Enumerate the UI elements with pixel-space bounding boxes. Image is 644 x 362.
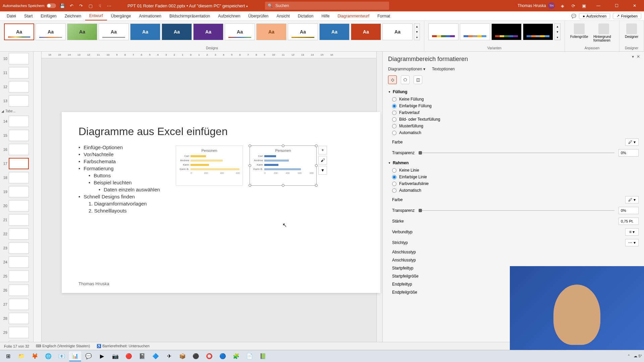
tab-dictation[interactable]: Dictation xyxy=(294,11,318,20)
no-fill-radio[interactable] xyxy=(392,97,396,102)
share-button[interactable]: ↗ Freigeben xyxy=(613,13,641,19)
app-icon[interactable]: 🧩 xyxy=(230,351,242,361)
app-icon[interactable]: 🔴 xyxy=(123,351,135,361)
minimize-button[interactable]: — xyxy=(592,0,605,11)
tab-format[interactable]: Format xyxy=(373,11,394,20)
close-button[interactable]: ✕ xyxy=(628,0,641,11)
slide-panel[interactable]: 10 11 12 13 ◢Tabe... 14 15 16 17 18 19 2… xyxy=(0,52,34,342)
picture-fill-radio[interactable] xyxy=(392,117,396,122)
chart-left[interactable]: Personen Carl Andrew Karin Karin B. 0200… xyxy=(176,145,243,186)
slide-thumbnail[interactable] xyxy=(9,214,29,226)
line-transparency-slider[interactable] xyxy=(419,210,614,211)
obs-icon[interactable]: ⚫ xyxy=(190,351,202,361)
app-icon[interactable]: 🔵 xyxy=(217,351,229,361)
record-button[interactable]: ● Aufzeichnen xyxy=(579,13,610,19)
tab-hilfe[interactable]: Hilfe xyxy=(317,11,333,20)
slide-thumbnail[interactable] xyxy=(9,67,29,78)
tab-aufzeichnen[interactable]: Aufzeichnen xyxy=(214,11,244,20)
search-input[interactable] xyxy=(275,3,386,8)
onenote-icon[interactable]: 📓 xyxy=(136,351,148,361)
slide-thumbnail[interactable] xyxy=(9,256,29,268)
transparency-slider[interactable] xyxy=(419,153,614,153)
variant-expand[interactable]: ▲▼▾ xyxy=(554,23,560,40)
solid-fill-radio[interactable] xyxy=(392,104,396,108)
format-background-button[interactable]: Hintergrund formatieren xyxy=(591,22,616,44)
text-options-tab[interactable]: Textoptionen xyxy=(432,67,455,71)
tab-diagrammentwurf[interactable]: Diagrammentwurf xyxy=(333,11,373,20)
chrome-icon[interactable]: 🌐 xyxy=(42,351,54,361)
chart-right[interactable]: Personen Carl Andrew Karin Karin B. 0200… xyxy=(250,145,317,186)
theme-thumb[interactable]: Aa xyxy=(288,23,318,40)
gallery-expand[interactable]: ▲▼▾ xyxy=(414,23,420,40)
visio-icon[interactable]: 🔷 xyxy=(150,351,162,361)
slide-thumbnail[interactable] xyxy=(9,228,29,240)
gradient-line-radio[interactable] xyxy=(392,182,396,186)
app-icon[interactable]: 📷 xyxy=(109,351,121,361)
slide-canvas[interactable]: Diagramme aus Excel einfügen Einfüge-Opt… xyxy=(62,112,380,293)
excel-icon[interactable]: 📗 xyxy=(257,351,269,361)
auto-fill-radio[interactable] xyxy=(392,131,396,135)
pattern-fill-radio[interactable] xyxy=(392,124,396,128)
language-indicator[interactable]: ⌨ Englisch (Vereinigte Staaten) xyxy=(36,344,90,348)
variant-thumb[interactable] xyxy=(460,23,490,40)
save-icon[interactable]: 💾 xyxy=(59,3,65,9)
slide-thumbnail[interactable] xyxy=(9,116,29,127)
effects-tab-icon[interactable]: ⬠ xyxy=(401,75,410,84)
line-color-button[interactable]: 🖊 ▾ xyxy=(625,196,639,203)
undo-icon[interactable]: ↶ xyxy=(69,3,75,9)
line-transparency-value[interactable]: 0% xyxy=(619,207,639,214)
transparency-value[interactable]: 0% xyxy=(619,149,639,157)
fill-section-header[interactable]: Füllung xyxy=(388,89,639,94)
slide-thumbnail[interactable] xyxy=(9,144,29,155)
pane-close-icon[interactable]: ✕ xyxy=(637,54,640,59)
no-line-radio[interactable] xyxy=(392,168,396,173)
chart-elements-button[interactable]: + xyxy=(318,146,327,155)
slide-thumbnail[interactable] xyxy=(9,341,29,342)
tab-ansicht[interactable]: Ansicht xyxy=(272,11,293,20)
theme-thumb[interactable]: Aa xyxy=(225,23,255,40)
slide-thumbnail[interactable] xyxy=(9,327,29,338)
touch-icon[interactable]: ☟ xyxy=(97,3,103,9)
slide-thumbnail[interactable] xyxy=(9,242,29,254)
gradient-fill-radio[interactable] xyxy=(392,111,396,115)
theme-thumb[interactable]: Aa xyxy=(67,23,97,40)
variant-thumb[interactable] xyxy=(523,23,553,40)
chart-styles-button[interactable]: 🖌 xyxy=(318,156,327,165)
theme-thumb[interactable]: Aa xyxy=(351,23,381,40)
tab-zeichnen[interactable]: Zeichnen xyxy=(61,11,85,20)
slide-thumbnail[interactable] xyxy=(9,186,29,197)
autosave-toggle[interactable]: Automatisches Speichern xyxy=(3,3,56,8)
slide-thumbnail[interactable] xyxy=(9,313,29,324)
start-icon[interactable]: ⊞ xyxy=(2,351,14,361)
section-collapse[interactable]: ◢ xyxy=(1,109,4,113)
slide-thumbnail[interactable] xyxy=(9,172,29,183)
telegram-icon[interactable]: ✈ xyxy=(163,351,175,361)
slide-size-button[interactable]: Foliengröße xyxy=(568,22,591,44)
firefox-icon[interactable]: 🦊 xyxy=(29,351,41,361)
accessibility-check[interactable]: ♿ Barrierefreiheit: Untersuchen xyxy=(97,344,150,348)
tab-entwurf[interactable]: Entwurf xyxy=(85,11,107,20)
size-tab-icon[interactable]: ◫ xyxy=(414,75,422,84)
slide-title[interactable]: Diagramme aus Excel einfügen xyxy=(78,125,364,138)
theme-thumb[interactable]: Aa xyxy=(319,23,350,40)
comments-icon[interactable]: 💬 xyxy=(571,14,576,18)
slide-thumbnail[interactable] xyxy=(9,158,29,169)
slide-thumbnail[interactable] xyxy=(9,53,29,64)
dash-dropdown[interactable]: ⋯ ▾ xyxy=(625,239,639,246)
chart-filter-button[interactable]: ▼ xyxy=(318,166,327,175)
search-box[interactable]: 🔍 xyxy=(265,2,389,10)
slide-thumbnail[interactable] xyxy=(9,299,29,310)
weather-widget[interactable]: ☁ 5° xyxy=(634,354,642,358)
app-icon[interactable]: 📄 xyxy=(244,351,256,361)
redo-icon[interactable]: ↷ xyxy=(78,3,84,9)
slide-thumbnail[interactable] xyxy=(9,285,29,296)
theme-thumb[interactable]: Aa xyxy=(162,23,192,40)
app-icon[interactable]: 💬 xyxy=(83,351,95,361)
tab-datei[interactable]: Datei xyxy=(3,11,20,20)
slide-thumbnail[interactable] xyxy=(9,130,29,141)
app-icon[interactable]: ⭕ xyxy=(203,351,215,361)
user-account[interactable]: Thomas Hruska TH xyxy=(518,2,555,9)
tab-uebergaenge[interactable]: Übergänge xyxy=(107,11,135,20)
maximize-button[interactable]: ☐ xyxy=(610,0,623,11)
theme-thumb[interactable]: Aa xyxy=(130,23,160,40)
